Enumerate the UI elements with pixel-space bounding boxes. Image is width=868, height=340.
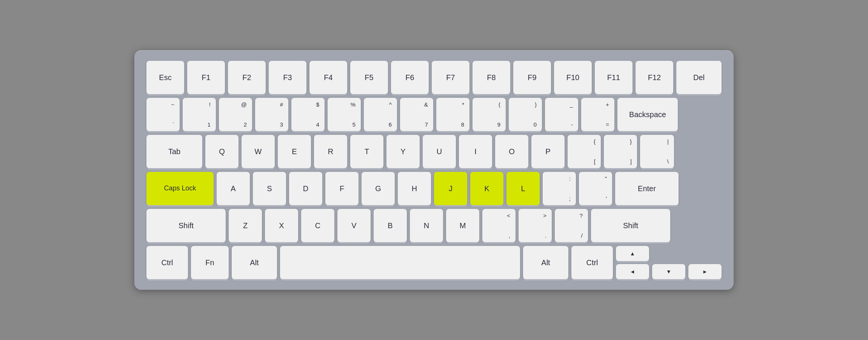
- key-f7[interactable]: F7: [432, 61, 469, 94]
- key-4[interactable]: $4: [291, 98, 325, 131]
- key-g[interactable]: G: [362, 172, 395, 205]
- key-label: S: [267, 184, 272, 193]
- key-v[interactable]: V: [337, 209, 371, 242]
- key-label: Ctrl: [161, 258, 173, 267]
- key-semicolon[interactable]: :;: [543, 172, 576, 205]
- key-label: F1: [202, 73, 210, 82]
- key-d[interactable]: D: [289, 172, 322, 205]
- key-alt-r[interactable]: Alt: [523, 246, 568, 279]
- key-up[interactable]: ▲: [616, 246, 649, 261]
- key-tab[interactable]: Tab: [146, 135, 202, 168]
- key-slash[interactable]: ?/: [555, 209, 588, 242]
- key-equals[interactable]: +=: [581, 98, 614, 131]
- keyboard-row-row-fn: EscF1F2F3F4F5F6F7F8F9F10F11F12Del: [146, 61, 722, 94]
- key-ctrl-l[interactable]: Ctrl: [146, 246, 188, 279]
- key-8[interactable]: *8: [436, 98, 469, 131]
- key-backspace[interactable]: Backspace: [617, 98, 678, 131]
- key-e[interactable]: E: [278, 135, 311, 168]
- key-u[interactable]: U: [423, 135, 456, 168]
- key-right[interactable]: ►: [688, 264, 722, 279]
- key-q[interactable]: Q: [205, 135, 239, 168]
- key-top-char: ): [535, 102, 537, 107]
- key-k[interactable]: K: [470, 172, 503, 205]
- key-f9[interactable]: F9: [513, 61, 551, 94]
- key-label: Enter: [638, 184, 656, 193]
- key-bottom-char: 2: [244, 122, 247, 127]
- key-left[interactable]: ◄: [616, 264, 649, 279]
- key-f8[interactable]: F8: [472, 61, 510, 94]
- key-f2[interactable]: F2: [228, 61, 266, 94]
- key-f3[interactable]: F3: [269, 61, 306, 94]
- key-label: M: [460, 221, 466, 230]
- key-z[interactable]: Z: [229, 209, 262, 242]
- key-b[interactable]: B: [374, 209, 407, 242]
- key-1[interactable]: !1: [183, 98, 216, 131]
- key-f6[interactable]: F6: [391, 61, 429, 94]
- key-2[interactable]: @2: [219, 98, 252, 131]
- key-7[interactable]: &7: [400, 98, 433, 131]
- key-space[interactable]: [280, 246, 520, 279]
- keyboard-row-row-qwerty: TabQWERTYUIOP{[}]|\: [146, 135, 722, 168]
- key-enter[interactable]: Enter: [615, 172, 679, 205]
- key-label: Ctrl: [586, 258, 598, 267]
- key-c[interactable]: C: [301, 209, 334, 242]
- key-5[interactable]: %5: [328, 98, 361, 131]
- key-f10[interactable]: F10: [554, 61, 592, 94]
- key-down[interactable]: ▼: [652, 264, 685, 279]
- key-s[interactable]: S: [253, 172, 286, 205]
- key-bottom-char: 7: [425, 122, 428, 127]
- key-del[interactable]: Del: [676, 61, 722, 94]
- key-comma[interactable]: <,: [482, 209, 516, 242]
- key-bottom-char: ;: [569, 196, 571, 201]
- key-0[interactable]: )0: [509, 98, 542, 131]
- key-n[interactable]: N: [410, 209, 443, 242]
- key-pipe[interactable]: |\: [640, 135, 674, 168]
- key-r[interactable]: R: [314, 135, 347, 168]
- key-label: W: [255, 147, 262, 156]
- key-l[interactable]: L: [506, 172, 540, 205]
- key-label: F2: [242, 73, 251, 82]
- key-w[interactable]: W: [242, 135, 275, 168]
- key-f4[interactable]: F4: [309, 61, 347, 94]
- key-i[interactable]: I: [459, 135, 492, 168]
- key-f11[interactable]: F11: [595, 61, 633, 94]
- key-label: N: [424, 221, 429, 230]
- key-t[interactable]: T: [350, 135, 383, 168]
- key-f5[interactable]: F5: [350, 61, 388, 94]
- key-x[interactable]: X: [265, 209, 298, 242]
- key-minus[interactable]: _-: [545, 98, 578, 131]
- key-label: Shift: [623, 221, 638, 230]
- key-tilde[interactable]: ~`: [146, 98, 180, 131]
- key-rbracket[interactable]: }]: [604, 135, 637, 168]
- key-shift-r[interactable]: Shift: [591, 209, 670, 242]
- key-ctrl-r[interactable]: Ctrl: [571, 246, 613, 279]
- key-a[interactable]: A: [217, 172, 250, 205]
- key-quote[interactable]: "': [579, 172, 612, 205]
- key-y[interactable]: Y: [386, 135, 420, 168]
- key-o[interactable]: O: [495, 135, 528, 168]
- key-label: O: [509, 147, 515, 156]
- key-9[interactable]: (9: [472, 98, 506, 131]
- key-3[interactable]: #3: [255, 98, 288, 131]
- key-f[interactable]: F: [325, 172, 359, 205]
- key-j[interactable]: J: [434, 172, 467, 205]
- key-h[interactable]: H: [398, 172, 431, 205]
- key-top-char: }: [630, 139, 632, 144]
- key-capslock[interactable]: Caps Lock: [146, 172, 214, 205]
- key-top-char: <: [507, 213, 510, 218]
- key-6[interactable]: ^6: [364, 98, 397, 131]
- key-shift-l[interactable]: Shift: [146, 209, 226, 242]
- key-esc[interactable]: Esc: [146, 61, 184, 94]
- key-period[interactable]: >.: [519, 209, 552, 242]
- key-m[interactable]: M: [446, 209, 479, 242]
- key-lbracket[interactable]: {[: [568, 135, 601, 168]
- key-bottom-char: 1: [208, 122, 211, 127]
- key-f1[interactable]: F1: [187, 61, 225, 94]
- key-alt-l[interactable]: Alt: [232, 246, 277, 279]
- key-p[interactable]: P: [531, 135, 565, 168]
- keyboard-row-row-bottom: CtrlFnAltAltCtrl▲◄▼►: [146, 246, 722, 279]
- key-label: F3: [283, 73, 292, 82]
- key-f12[interactable]: F12: [636, 61, 673, 94]
- key-fn[interactable]: Fn: [191, 246, 229, 279]
- key-bottom-char: ': [606, 196, 607, 201]
